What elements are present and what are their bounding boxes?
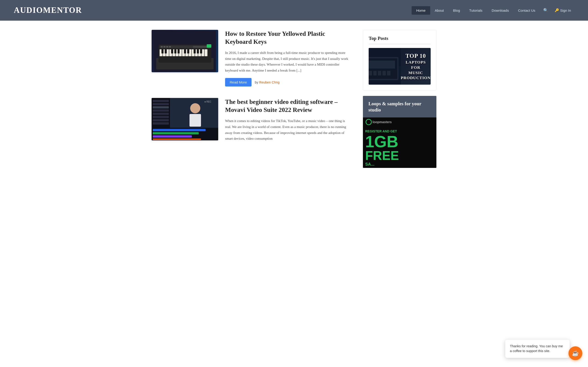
svg-rect-60: [369, 71, 372, 75]
laptop-banner: TOP 10 LAPTOPS FOR MUSIC PRODUCTION: [369, 48, 431, 85]
svg-text:FREE: FREE: [365, 148, 399, 163]
post-content-1: How to Restore Your Yellowed Plastic Key…: [225, 30, 351, 86]
signin-label: Sign In: [560, 8, 571, 12]
site-logo: AUDIOMENTOR: [14, 6, 82, 15]
post-thumbnail-1: [152, 30, 218, 72]
svg-rect-42: [153, 116, 169, 118]
svg-rect-31: [197, 49, 199, 53]
by-label-1: by: [255, 81, 258, 84]
svg-rect-41: [153, 113, 169, 115]
svg-rect-38: [153, 103, 169, 105]
top-post-image[interactable]: TOP 10 LAPTOPS FOR MUSIC PRODUCTION: [369, 48, 431, 85]
svg-rect-28: [184, 49, 186, 53]
post-title-1: How to Restore Your Yellowed Plastic Key…: [225, 30, 351, 46]
post-excerpt-1: In 2016, I made a career shift from bein…: [225, 50, 351, 73]
nav-home[interactable]: Home: [412, 6, 430, 15]
svg-rect-4: [161, 46, 163, 48]
svg-rect-37: [153, 100, 169, 102]
keyboard-svg: [154, 31, 216, 72]
svg-point-46: [190, 103, 200, 113]
top-posts-widget: Top Posts: [363, 30, 436, 90]
post-author-1: by Reuben Chng: [255, 81, 279, 84]
post-card-2: ● REC The best beginner video editing so…: [152, 98, 351, 146]
post-footer-1: Read More by Reuben Chng: [225, 78, 351, 86]
svg-rect-47: [190, 114, 201, 127]
svg-rect-51: [153, 132, 199, 134]
loops-widget-header: Loops & samples for your studio: [363, 96, 436, 117]
svg-rect-70: [398, 66, 401, 80]
page-wrapper: How to Restore Your Yellowed Plastic Key…: [145, 21, 443, 183]
post-content-2: The best beginner video editing software…: [225, 98, 351, 146]
svg-rect-5: [164, 46, 165, 48]
svg-rect-39: [153, 106, 169, 108]
loops-widget-title: Loops & samples for your studio: [368, 100, 431, 113]
loops-banner[interactable]: loopmasters REGISTER AND GET 1GB FREE SA…: [363, 117, 436, 168]
video-svg: ● REC: [152, 98, 218, 140]
sidebar: Top Posts: [363, 30, 436, 173]
signin-link[interactable]: 🔑 Sign In: [552, 6, 574, 15]
laptop-banner-svg: [369, 48, 401, 85]
svg-rect-7: [169, 46, 171, 48]
nav-blog[interactable]: Blog: [448, 6, 464, 15]
svg-rect-64: [387, 71, 390, 75]
post-thumbnail-2: ● REC: [152, 98, 218, 140]
svg-rect-52: [153, 135, 192, 138]
svg-rect-44: [153, 122, 169, 125]
svg-rect-33: [193, 46, 207, 48]
post-card-1: How to Restore Your Yellowed Plastic Key…: [152, 30, 351, 86]
key-icon: 🔑: [555, 8, 559, 12]
svg-text:1GB: 1GB: [365, 133, 398, 151]
svg-rect-43: [153, 119, 169, 121]
svg-rect-34: [207, 44, 211, 48]
post-excerpt-2: When it comes to editing videos for TikT…: [225, 118, 351, 142]
banner-text-overlay: TOP 10 LAPTOPS FOR MUSIC PRODUCTION: [401, 52, 431, 81]
svg-rect-32: [200, 49, 202, 53]
svg-rect-50: [153, 129, 206, 131]
nav-downloads[interactable]: Downloads: [487, 6, 513, 15]
svg-rect-27: [178, 49, 180, 53]
svg-text:loopmasters: loopmasters: [372, 120, 392, 124]
svg-rect-22: [205, 49, 208, 56]
laptop-banner-text: TOP 10 LAPTOPS FOR MUSIC PRODUCTION: [401, 52, 431, 81]
nav-about[interactable]: About: [430, 6, 449, 15]
svg-rect-24: [165, 49, 167, 53]
svg-rect-40: [153, 109, 169, 112]
svg-rect-26: [174, 49, 176, 53]
logo-light: AUDIO: [14, 6, 43, 15]
svg-text:SA...: SA...: [365, 162, 374, 167]
loops-widget: Loops & samples for your studio loopmast…: [363, 96, 436, 168]
svg-rect-69: [369, 60, 395, 69]
svg-rect-30: [194, 49, 196, 53]
video-editing-image: ● REC: [152, 98, 218, 140]
site-header: AUDIOMENTOR Home About Blog Tutorials Do…: [0, 0, 588, 21]
top-posts-title: Top Posts: [369, 35, 431, 44]
post-title-2: The best beginner video editing software…: [225, 98, 351, 114]
svg-rect-63: [382, 71, 386, 75]
banner-line-2: LAPTOPS FOR: [406, 60, 426, 70]
svg-rect-25: [171, 49, 173, 53]
svg-text:● REC: ● REC: [204, 100, 211, 103]
author-link-1[interactable]: Reuben Chng: [259, 81, 279, 84]
banner-line-1: TOP 10: [401, 52, 431, 60]
svg-rect-29: [187, 49, 189, 53]
svg-rect-53: [153, 139, 201, 140]
banner-line-3: MUSIC PRODUCTION: [401, 70, 431, 80]
svg-rect-23: [162, 49, 164, 53]
nav-contact[interactable]: Contact Us: [514, 6, 540, 15]
svg-text:REGISTER AND GET: REGISTER AND GET: [365, 129, 397, 133]
search-button[interactable]: 🔍: [540, 6, 552, 15]
svg-rect-62: [378, 71, 381, 75]
logo-bold: MENTOR: [43, 6, 82, 15]
main-content: How to Restore Your Yellowed Plastic Key…: [152, 30, 351, 173]
svg-rect-61: [373, 71, 377, 75]
site-nav: Home About Blog Tutorials Downloads Cont…: [412, 6, 574, 15]
loops-banner-svg: loopmasters REGISTER AND GET 1GB FREE SA…: [363, 117, 436, 168]
keyboard-image: [152, 30, 218, 72]
nav-tutorials[interactable]: Tutorials: [465, 6, 487, 15]
svg-rect-6: [166, 46, 168, 48]
read-more-btn-1[interactable]: Read More: [225, 78, 251, 86]
